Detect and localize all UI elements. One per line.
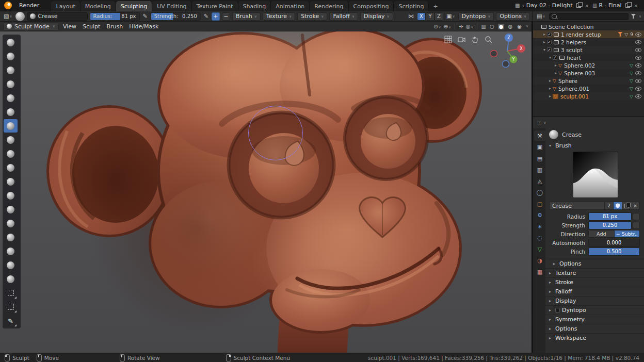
- outliner-item-label[interactable]: Sphere.001: [558, 86, 589, 92]
- mode-dropdown[interactable]: Sculpt Mode ∨: [3, 23, 59, 30]
- expander-icon[interactable]: ▸: [542, 32, 547, 37]
- outliner-row-sphere-001[interactable]: ▸▽Sphere.001▽: [533, 85, 644, 92]
- stroke-dropdown[interactable]: Stroke∨: [297, 12, 327, 21]
- expander-icon[interactable]: ▸: [548, 94, 553, 98]
- outliner-item-label[interactable]: Sphere.002: [564, 62, 595, 69]
- brush-tool-pinch[interactable]: [4, 189, 18, 202]
- properties-tab-physics[interactable]: ◌: [534, 233, 545, 243]
- panel-expander-icon[interactable]: ▸: [549, 299, 553, 303]
- delete-scene-icon[interactable]: ×: [585, 3, 589, 8]
- visibility-eye-icon[interactable]: [635, 79, 641, 83]
- brush-tool-box-mask[interactable]: [4, 286, 18, 300]
- brush-tool-thumb[interactable]: [4, 231, 18, 244]
- overlays-toggle-icon[interactable]: ◎∨: [466, 24, 474, 29]
- outliner-search-input[interactable]: [549, 13, 629, 20]
- workspace-tab-animation[interactable]: Animation: [271, 1, 310, 11]
- symmetry-y-toggle[interactable]: Y: [426, 12, 434, 21]
- 3d-viewport[interactable]: Sculpt Mode ∨ ViewSculptBrushHide/Mask ⊙…: [0, 22, 532, 353]
- remove-view-layer-icon[interactable]: ×: [634, 3, 638, 8]
- material-shading-icon[interactable]: ◍: [507, 24, 513, 29]
- autosmooth-prop-slider[interactable]: 0.000: [588, 239, 640, 247]
- dyntopo-dropdown[interactable]: Dyntopo∨: [458, 12, 494, 21]
- panel-expander-icon[interactable]: ▸: [549, 326, 553, 331]
- panel-expander-icon[interactable]: ▸: [553, 261, 557, 266]
- duplicate-brush-icon[interactable]: [622, 202, 631, 210]
- properties-tab-texture[interactable]: ▦: [534, 267, 545, 277]
- brush-tool-grab[interactable]: [4, 203, 18, 216]
- radius-pressure-icon[interactable]: ✎: [142, 12, 149, 21]
- panel-display[interactable]: ▸Display: [545, 296, 644, 305]
- visibility-eye-icon[interactable]: [635, 32, 641, 37]
- symmetry-x-toggle[interactable]: X: [417, 12, 426, 21]
- visibility-eye-icon[interactable]: [635, 40, 641, 44]
- fake-user-shield-icon[interactable]: [614, 202, 622, 210]
- unified-strength-toggle[interactable]: [633, 222, 640, 229]
- expander-icon[interactable]: ▸: [542, 40, 547, 44]
- view-layer-name[interactable]: R - Final: [599, 2, 621, 9]
- collection-checkbox[interactable]: ✓: [547, 40, 552, 44]
- xray-toggle-icon[interactable]: ▥: [481, 24, 486, 29]
- outliner-item-label[interactable]: Sphere.003: [564, 70, 595, 76]
- symmetry-z-toggle[interactable]: Z: [434, 12, 443, 21]
- properties-tab-scene[interactable]: ◬: [534, 176, 545, 186]
- panel-options[interactable]: ▸Options: [545, 259, 644, 268]
- brush-tool-nudge[interactable]: [4, 244, 18, 258]
- panel-expander-icon[interactable]: ▸: [549, 336, 553, 340]
- brush-tool-clay-strips[interactable]: [4, 63, 18, 77]
- workspace-tab-rendering[interactable]: Rendering: [310, 1, 348, 11]
- brush-tool-crease[interactable]: [4, 119, 18, 133]
- active-brush-icon[interactable]: [15, 12, 25, 21]
- blender-logo-icon[interactable]: [4, 2, 12, 9]
- expander-icon[interactable]: ▾: [548, 55, 553, 60]
- menu-render[interactable]: Render: [15, 1, 45, 10]
- new-view-layer-icon[interactable]: [625, 3, 630, 8]
- move-view-icon[interactable]: [471, 36, 479, 43]
- expander-icon[interactable]: ▾: [542, 47, 547, 52]
- dyntopo-checkbox[interactable]: [555, 308, 560, 312]
- outliner-row-2-helpers[interactable]: ▸✓2 helpers: [533, 38, 644, 46]
- visibility-eye-icon[interactable]: [635, 63, 641, 68]
- outliner-item-label[interactable]: sculpt.001: [560, 93, 589, 100]
- new-scene-icon[interactable]: [576, 3, 581, 8]
- direction-add-toggle[interactable]: Add: [588, 230, 615, 238]
- panel-dyntopo[interactable]: ▸Dyntopo: [545, 305, 644, 315]
- outliner-row-sphere-002[interactable]: ▸▽Sphere.002▽: [533, 61, 644, 69]
- direction-subtract-button[interactable]: −: [222, 12, 230, 21]
- panel-falloff[interactable]: ▸Falloff: [545, 287, 644, 296]
- panel-expander-icon[interactable]: ▸: [549, 271, 553, 275]
- brush-tool-annotate[interactable]: ✎: [4, 314, 18, 327]
- collection-checkbox[interactable]: ✓: [547, 47, 552, 52]
- outliner-item-label[interactable]: Scene Collection: [549, 24, 593, 30]
- visibility-eye-icon[interactable]: [635, 48, 641, 52]
- workspace-tab-texture-paint[interactable]: Texture Paint: [192, 1, 238, 11]
- brush-tool-rotate[interactable]: [4, 258, 18, 272]
- brush-options-icon[interactable]: ▣∨: [445, 12, 456, 21]
- unlink-brush-icon[interactable]: ×: [631, 202, 640, 210]
- expander-icon[interactable]: ▸: [553, 71, 558, 75]
- collection-filter-icon[interactable]: [618, 32, 622, 37]
- properties-tab-particles[interactable]: ∗: [534, 221, 545, 232]
- visibility-eye-icon[interactable]: [635, 56, 641, 60]
- brush-tool-flatten[interactable]: [4, 147, 18, 160]
- navigation-gizmo[interactable]: Z X Y: [488, 30, 526, 70]
- panel-expander-icon[interactable]: ▸: [549, 308, 553, 312]
- brush-tool-scrape[interactable]: [4, 175, 18, 188]
- texture-dropdown[interactable]: Texture∨: [263, 12, 295, 21]
- camera-view-icon[interactable]: [458, 36, 465, 43]
- brush-tool-box-hide[interactable]: [4, 300, 18, 314]
- panel-texture[interactable]: ▸Texture: [545, 268, 644, 277]
- transform-pivot-icon[interactable]: ⊙∨: [433, 24, 441, 29]
- display-dropdown[interactable]: Display∨: [360, 12, 393, 21]
- outliner-editor-type-icon[interactable]: ▤∨: [536, 12, 546, 21]
- brush-tool-clay[interactable]: [4, 50, 18, 63]
- falloff-dropdown[interactable]: Falloff∨: [329, 12, 358, 21]
- viewport-menu-view[interactable]: View: [60, 22, 79, 31]
- workspace-tab-shading[interactable]: Shading: [238, 1, 271, 11]
- pinch-prop-slider[interactable]: 0.500: [588, 248, 640, 256]
- scene-name[interactable]: Day 02 - Delight: [526, 2, 573, 9]
- visibility-eye-icon[interactable]: [635, 71, 641, 75]
- collection-checkbox[interactable]: ✓: [553, 55, 557, 60]
- properties-tab-render[interactable]: ▣: [534, 142, 545, 152]
- panel-symmetry[interactable]: ▸Symmetry: [545, 315, 644, 324]
- outliner-row-heart[interactable]: ▾✓heart: [533, 54, 644, 61]
